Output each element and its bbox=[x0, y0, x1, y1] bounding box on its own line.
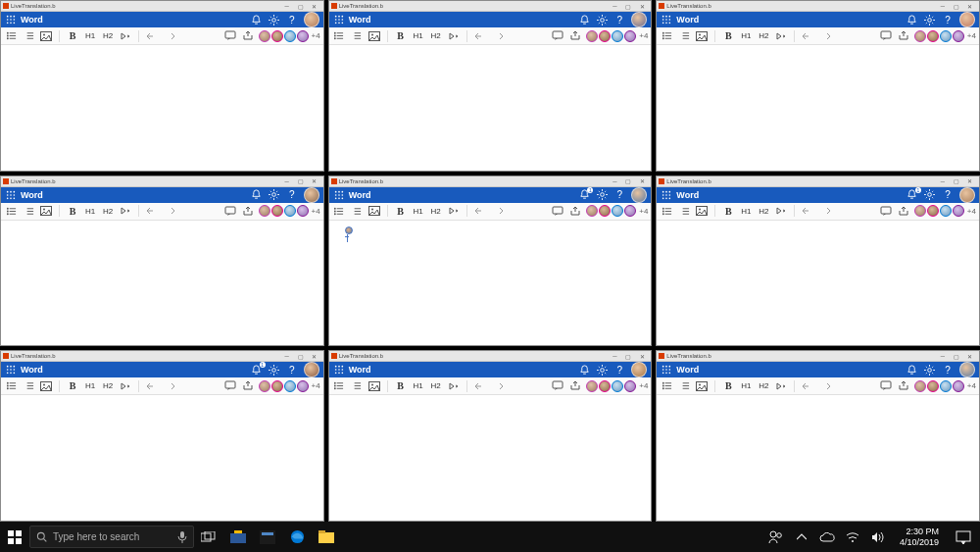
start-button[interactable] bbox=[0, 522, 29, 552]
app-launcher-icon[interactable] bbox=[333, 364, 345, 376]
document-canvas[interactable] bbox=[657, 395, 979, 521]
user-avatar[interactable] bbox=[304, 362, 319, 377]
bullets-icon[interactable] bbox=[660, 29, 673, 43]
clock[interactable]: 2:30 PM 4/10/2019 bbox=[896, 527, 943, 548]
heading2-button[interactable]: H2 bbox=[429, 379, 443, 393]
comment-icon[interactable] bbox=[879, 29, 893, 43]
user-avatar[interactable] bbox=[304, 12, 319, 27]
presence-more[interactable]: +4 bbox=[965, 207, 976, 216]
settings-icon[interactable] bbox=[924, 364, 936, 376]
more-formatting-icon[interactable] bbox=[119, 29, 132, 43]
presence-list[interactable]: +4 bbox=[259, 205, 320, 217]
help-icon[interactable]: ? bbox=[286, 364, 298, 376]
presence-avatar[interactable] bbox=[624, 380, 636, 392]
close-button[interactable]: ✕ bbox=[308, 1, 321, 12]
comment-icon[interactable] bbox=[223, 204, 237, 218]
comment-icon[interactable] bbox=[551, 204, 564, 218]
bold-button[interactable]: B bbox=[66, 204, 79, 218]
document-canvas[interactable] bbox=[329, 221, 652, 346]
taskview-icon[interactable] bbox=[194, 522, 223, 552]
help-icon[interactable]: ? bbox=[286, 14, 298, 25]
people-icon[interactable] bbox=[768, 530, 784, 544]
heading2-button[interactable]: H2 bbox=[757, 379, 770, 393]
app-name[interactable]: Word bbox=[21, 365, 247, 375]
user-avatar[interactable] bbox=[631, 362, 647, 377]
bullets-icon[interactable] bbox=[660, 204, 673, 218]
settings-icon[interactable] bbox=[269, 364, 280, 376]
settings-icon[interactable] bbox=[596, 189, 608, 201]
image-icon[interactable] bbox=[368, 379, 381, 393]
help-icon[interactable]: ? bbox=[613, 14, 625, 25]
close-button[interactable]: ✕ bbox=[635, 351, 649, 362]
wifi-icon[interactable] bbox=[845, 531, 860, 543]
more-formatting-icon[interactable] bbox=[447, 204, 461, 218]
share-icon[interactable] bbox=[568, 204, 582, 218]
more-formatting-icon[interactable] bbox=[447, 379, 461, 393]
document-canvas[interactable] bbox=[657, 221, 979, 346]
share-icon[interactable] bbox=[241, 379, 255, 393]
window-titlebar[interactable]: LiveTranslation.b─▢✕ bbox=[1, 1, 323, 12]
heading2-button[interactable]: H2 bbox=[429, 204, 443, 218]
user-avatar[interactable] bbox=[631, 187, 647, 203]
window-titlebar[interactable]: LiveTranslation.b─▢✕ bbox=[657, 176, 979, 187]
image-icon[interactable] bbox=[39, 204, 53, 218]
presence-list[interactable]: +4 bbox=[586, 380, 648, 392]
app-name[interactable]: Word bbox=[349, 190, 575, 200]
presence-more[interactable]: +4 bbox=[965, 31, 976, 40]
notifications-icon[interactable]: 1 bbox=[251, 189, 263, 201]
bold-button[interactable]: B bbox=[394, 29, 408, 43]
presence-avatar[interactable] bbox=[927, 380, 939, 392]
app-name[interactable]: Word bbox=[676, 190, 903, 200]
undo-icon[interactable] bbox=[801, 204, 814, 218]
close-button[interactable]: ✕ bbox=[963, 1, 977, 12]
undo-icon[interactable] bbox=[473, 379, 487, 393]
presence-avatar[interactable] bbox=[297, 380, 309, 392]
presence-more[interactable]: +4 bbox=[637, 381, 648, 390]
maximize-button[interactable]: ▢ bbox=[621, 1, 635, 12]
redo-icon[interactable] bbox=[163, 204, 176, 218]
presence-avatar[interactable] bbox=[953, 205, 964, 217]
heading1-button[interactable]: H1 bbox=[412, 29, 425, 43]
notifications-icon[interactable]: 1 bbox=[578, 364, 590, 376]
presence-list[interactable]: +4 bbox=[259, 380, 320, 392]
share-icon[interactable] bbox=[568, 29, 582, 43]
app-icon-2[interactable] bbox=[253, 522, 282, 552]
comment-icon[interactable] bbox=[223, 379, 237, 393]
presence-avatar[interactable] bbox=[297, 205, 309, 217]
document-canvas[interactable] bbox=[1, 45, 323, 171]
share-icon[interactable] bbox=[568, 379, 582, 393]
comment-icon[interactable] bbox=[223, 29, 237, 43]
presence-more[interactable]: +4 bbox=[637, 207, 648, 216]
presence-more[interactable]: +4 bbox=[637, 31, 648, 40]
redo-icon[interactable] bbox=[818, 29, 832, 43]
window-titlebar[interactable]: LiveTranslation.b─▢✕ bbox=[1, 176, 323, 187]
help-icon[interactable]: ? bbox=[286, 189, 298, 201]
presence-avatar[interactable] bbox=[259, 205, 270, 217]
heading2-button[interactable]: H2 bbox=[101, 379, 115, 393]
share-icon[interactable] bbox=[241, 29, 255, 43]
presence-avatar[interactable] bbox=[940, 380, 952, 392]
close-button[interactable]: ✕ bbox=[635, 1, 649, 12]
more-formatting-icon[interactable] bbox=[774, 204, 788, 218]
app-launcher-icon[interactable] bbox=[661, 14, 672, 25]
presence-avatar[interactable] bbox=[586, 380, 598, 392]
bullets-icon[interactable] bbox=[660, 379, 673, 393]
image-icon[interactable] bbox=[368, 204, 381, 218]
close-button[interactable]: ✕ bbox=[963, 176, 977, 186]
window-titlebar[interactable]: LiveTranslation.b─▢✕ bbox=[657, 1, 979, 12]
minimize-button[interactable]: ─ bbox=[280, 1, 294, 12]
heading2-button[interactable]: H2 bbox=[429, 29, 443, 43]
undo-icon[interactable] bbox=[801, 29, 814, 43]
presence-avatar[interactable] bbox=[612, 205, 623, 217]
user-avatar[interactable] bbox=[959, 187, 975, 203]
presence-avatar[interactable] bbox=[953, 30, 964, 42]
heading1-button[interactable]: H1 bbox=[83, 204, 97, 218]
user-avatar[interactable] bbox=[959, 12, 975, 27]
minimize-button[interactable]: ─ bbox=[936, 1, 950, 12]
help-icon[interactable]: ? bbox=[942, 189, 954, 201]
undo-icon[interactable] bbox=[473, 204, 487, 218]
numbering-icon[interactable] bbox=[350, 204, 364, 218]
heading1-button[interactable]: H1 bbox=[739, 379, 753, 393]
presence-avatar[interactable] bbox=[914, 30, 926, 42]
bold-button[interactable]: B bbox=[66, 29, 79, 43]
